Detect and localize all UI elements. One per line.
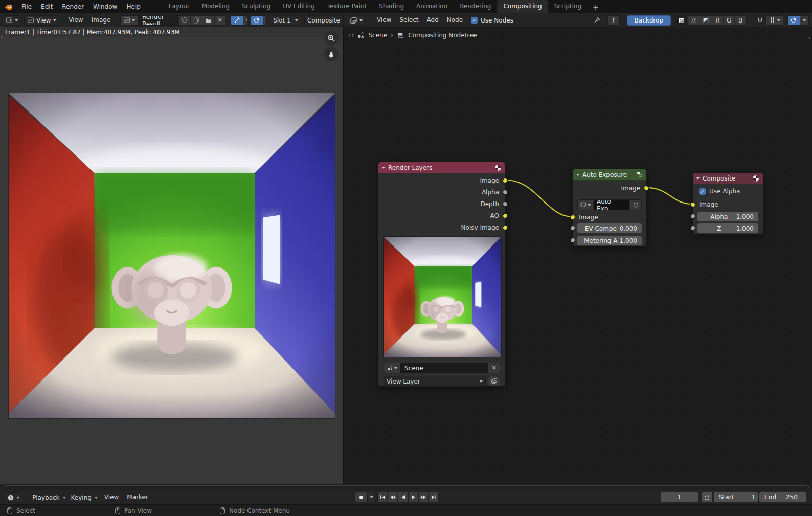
blender-logo-icon[interactable] — [0, 3, 17, 11]
node-menu-add[interactable]: Add — [423, 13, 443, 27]
group-browse-button[interactable] — [578, 200, 594, 210]
menu-edit[interactable]: Edit — [36, 0, 57, 13]
new-image-button[interactable] — [191, 16, 202, 25]
snap-magnet-icon[interactable] — [754, 15, 766, 26]
end-frame-field[interactable]: End250 — [759, 492, 806, 502]
scene-name-field[interactable]: Scene — [400, 363, 488, 373]
start-frame-field[interactable]: Start1 — [714, 492, 758, 502]
editor-type-selector[interactable] — [3, 15, 21, 26]
tab-uv-editing[interactable]: UV Editing — [277, 0, 321, 13]
tab-layout[interactable]: Layout — [163, 0, 196, 13]
socket-z-input[interactable] — [690, 226, 695, 231]
tab-rendering[interactable]: Rendering — [454, 0, 497, 13]
scene-unlink-button[interactable]: ✕ — [488, 363, 500, 373]
editor-type-selector[interactable] — [347, 15, 366, 26]
tab-shading[interactable]: Shading — [373, 0, 410, 13]
socket-image-input[interactable] — [570, 215, 575, 220]
tab-sculpting[interactable]: Sculpting — [236, 0, 277, 13]
group-fake-user-button[interactable] — [630, 200, 641, 210]
node-composite[interactable]: Composite ✓ Use Alpha Image Alpha 1.000 … — [692, 172, 763, 235]
ev-compensation-slider[interactable]: EV Compe 0.000 — [577, 223, 642, 233]
channel-color-button[interactable] — [688, 16, 700, 25]
z-slider[interactable]: Z 1.000 — [697, 223, 758, 233]
node-overlays-button[interactable] — [788, 16, 800, 25]
zoom-tool-button[interactable] — [324, 31, 339, 46]
play-button[interactable] — [408, 492, 418, 502]
menu-window[interactable]: Window — [88, 0, 122, 13]
alpha-slider[interactable]: Alpha 1.000 — [697, 212, 758, 221]
node-menu-select[interactable]: Select — [395, 13, 422, 27]
unlink-image-button[interactable]: ✕ — [215, 16, 224, 25]
node-menu-view[interactable]: View — [373, 13, 395, 27]
overlays-dropdown[interactable] — [263, 16, 267, 25]
tab-compositing[interactable]: Compositing — [497, 0, 548, 13]
display-mode-dropdown[interactable]: View — [24, 15, 59, 26]
breadcrumb-scene[interactable]: Scene — [368, 32, 387, 39]
image-editor-viewport[interactable]: Frame:1 | Time:01:57.87 | Mem:407.93M, P… — [0, 27, 343, 484]
next-keyframe-button[interactable] — [418, 492, 428, 502]
socket-alpha-input[interactable] — [690, 214, 695, 219]
auto-exposure-header[interactable]: Auto Exposure — [573, 169, 646, 181]
breadcrumb-nodetree[interactable]: Compositing Nodetree — [408, 32, 477, 39]
play-reverse-button[interactable] — [398, 492, 408, 502]
timeline-menu-view[interactable]: View — [100, 490, 123, 504]
pan-tool-button[interactable] — [324, 47, 339, 61]
socket-noisy-image-output[interactable] — [503, 225, 508, 230]
socket-image-output[interactable] — [644, 186, 649, 191]
prev-keyframe-button[interactable] — [388, 492, 398, 502]
node-auto-exposure[interactable]: Auto Exposure Image Auto Exp... Image — [572, 169, 647, 246]
collapse-icon[interactable] — [696, 177, 700, 180]
sidebar-expand-icon[interactable]: ‹ — [808, 34, 810, 41]
menu-file[interactable]: File — [17, 0, 36, 13]
gizmo-button[interactable] — [231, 16, 243, 25]
render-layers-header[interactable]: Render Layers — [378, 162, 505, 173]
view-layer-dropdown[interactable]: View Layer — [384, 376, 486, 387]
pin-icon[interactable] — [591, 15, 603, 26]
tab-scripting[interactable]: Scripting — [548, 0, 588, 13]
add-workspace-button[interactable]: + — [588, 1, 604, 13]
socket-ev-input[interactable] — [570, 226, 575, 231]
socket-image-output[interactable] — [503, 178, 508, 183]
composite-header[interactable]: Composite — [693, 173, 763, 184]
node-editor-canvas[interactable]: ‹ › Scene › Compositing Nodetree ‹ Rende… — [343, 27, 812, 484]
playback-dropdown[interactable]: Playback — [30, 492, 69, 503]
collapse-icon[interactable] — [576, 174, 579, 176]
image-menu-view[interactable]: View — [64, 13, 87, 27]
scene-browse-button[interactable] — [384, 363, 400, 373]
region-expand-icon[interactable]: › — [1, 33, 3, 40]
timeline-menu-marker[interactable]: Marker — [123, 490, 152, 504]
socket-image-input[interactable] — [690, 202, 695, 207]
overlays-button[interactable] — [251, 16, 263, 25]
render-single-layer-button[interactable] — [488, 376, 500, 387]
keying-dropdown[interactable]: Keying — [69, 492, 100, 503]
fake-user-button[interactable] — [179, 16, 191, 25]
timeline-track-area[interactable] — [0, 484, 812, 490]
timeline-editor-type-selector[interactable] — [4, 492, 22, 503]
region-overlap-icon[interactable]: ‹ › — [348, 32, 353, 39]
tab-texture-paint[interactable]: Texture Paint — [321, 0, 373, 13]
use-preview-range-button[interactable] — [701, 492, 712, 502]
channel-r-button[interactable]: R — [712, 16, 724, 25]
channel-b-button[interactable]: B — [735, 16, 746, 25]
gizmo-dropdown[interactable] — [243, 16, 247, 25]
socket-depth-output[interactable] — [503, 201, 508, 207]
go-to-parent-button[interactable]: ↑ — [607, 15, 620, 26]
channel-g-button[interactable]: G — [724, 16, 735, 25]
node-menu-node[interactable]: Node — [443, 13, 467, 27]
menu-help[interactable]: Help — [122, 0, 145, 13]
node-render-layers[interactable]: Render Layers Image Alpha Depth AO Noisy… — [378, 162, 506, 387]
open-image-button[interactable] — [202, 16, 215, 25]
socket-metering-input[interactable] — [570, 238, 575, 243]
channel-alpha-button[interactable] — [700, 16, 712, 25]
group-name-field[interactable]: Auto Exp... — [594, 200, 630, 210]
timeline-scrollbar[interactable] — [3, 485, 809, 489]
channel-color-alpha-button[interactable] — [675, 16, 688, 25]
use-alpha-checkbox[interactable]: ✓ — [699, 188, 706, 195]
use-nodes-checkbox[interactable]: ✓ — [471, 17, 478, 24]
image-menu-image[interactable]: Image — [87, 13, 115, 27]
current-frame-field[interactable]: 1 — [661, 492, 698, 502]
metering-slider[interactable]: Metering A 1.000 — [577, 236, 642, 245]
tab-modeling[interactable]: Modeling — [196, 0, 236, 13]
collapse-icon[interactable] — [382, 167, 385, 169]
slot-dropdown[interactable]: Slot 1 — [270, 15, 301, 26]
